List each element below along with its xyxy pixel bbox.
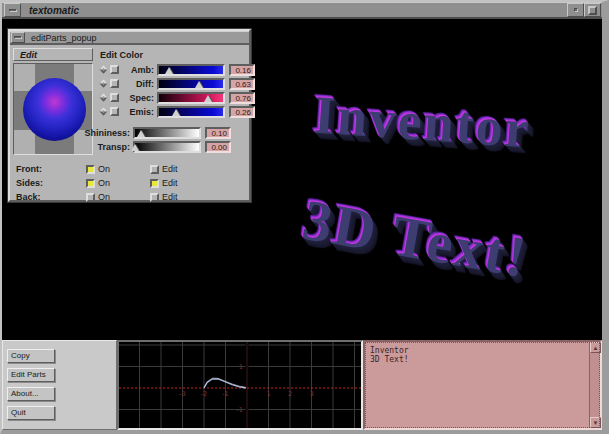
svg-text:3: 3 bbox=[309, 390, 313, 398]
text-scrollbar[interactable]: ▲ ▼ bbox=[589, 342, 600, 428]
emis-label: Emis: bbox=[122, 107, 154, 117]
window-title: textomatic bbox=[29, 5, 79, 16]
client-area: Inventor 3D Text! editParts_popup Edit E… bbox=[2, 19, 602, 430]
quit-button[interactable]: Quit bbox=[7, 406, 55, 420]
minimize-icon bbox=[574, 8, 578, 12]
dialog-menu-button[interactable] bbox=[11, 32, 25, 43]
minimize-button[interactable] bbox=[567, 3, 584, 17]
scroll-down-icon[interactable]: ▼ bbox=[590, 417, 601, 428]
edit-parts-button[interactable]: Edit Parts bbox=[7, 368, 55, 382]
rendered-3d-text-line2: 3D Text! bbox=[298, 186, 533, 291]
svg-text:1: 1 bbox=[266, 390, 270, 398]
transp-slider[interactable] bbox=[133, 141, 201, 153]
maximize-button[interactable] bbox=[584, 3, 601, 17]
rendered-3d-text-line1: Inventor bbox=[312, 84, 533, 161]
diff-checkbox[interactable] bbox=[110, 79, 119, 88]
svg-text:-1: -1 bbox=[222, 390, 228, 398]
spec-label: Spec: bbox=[122, 93, 154, 103]
maximize-icon bbox=[588, 6, 597, 15]
front-edit-checkbox[interactable] bbox=[150, 165, 159, 174]
dialog-titlebar[interactable]: editParts_popup bbox=[10, 31, 249, 45]
transp-value-field[interactable]: 0.00 bbox=[205, 141, 231, 153]
emis-checkbox[interactable] bbox=[110, 107, 119, 116]
scroll-up-icon[interactable]: ▲ bbox=[590, 342, 601, 353]
amb-slider[interactable] bbox=[157, 64, 225, 76]
bottom-strip: Copy Edit Parts About... Quit -3-2-11231… bbox=[2, 340, 602, 430]
amb-slider-thumb[interactable] bbox=[165, 67, 173, 74]
spec-slider[interactable] bbox=[157, 92, 225, 104]
sides-on-checkbox[interactable] bbox=[86, 179, 95, 188]
profile-curve-canvas[interactable]: -3-2-11231-1 bbox=[119, 342, 361, 428]
shininess-value-field[interactable]: 0.10 bbox=[205, 127, 231, 139]
edit-parts-dialog: editParts_popup Edit Edit Color Amb: bbox=[8, 29, 251, 202]
part-row-front: Front: On Edit bbox=[16, 163, 178, 175]
sides-edit-label: Edit bbox=[162, 178, 178, 188]
app-window: textomatic Inventor 3D Text! editParts_p… bbox=[0, 0, 609, 434]
front-label: Front: bbox=[16, 164, 64, 174]
back-label: Back: bbox=[16, 192, 64, 202]
amb-diamond-toggle[interactable] bbox=[100, 66, 108, 74]
part-row-sides: Sides: On Edit bbox=[16, 177, 178, 189]
button-panel: Copy Edit Parts About... Quit bbox=[2, 340, 117, 430]
window-titlebar[interactable]: textomatic bbox=[2, 2, 602, 19]
shininess-slider-thumb[interactable] bbox=[137, 130, 145, 137]
back-on-label: On bbox=[98, 192, 110, 202]
slider-row-transp: Transp: 0.00 bbox=[72, 140, 231, 153]
edit-color-label: Edit Color bbox=[100, 50, 143, 60]
diff-slider-thumb[interactable] bbox=[195, 81, 203, 88]
spec-slider-track bbox=[159, 94, 223, 102]
part-row-back: Back: On Edit bbox=[16, 191, 178, 203]
amb-label: Amb: bbox=[122, 65, 154, 75]
emis-slider[interactable] bbox=[157, 106, 225, 118]
window-menu-button[interactable] bbox=[4, 3, 21, 17]
copy-button[interactable]: Copy bbox=[7, 349, 55, 363]
shininess-slider[interactable] bbox=[133, 127, 201, 139]
svg-text:1: 1 bbox=[239, 363, 243, 371]
diff-slider-track bbox=[159, 80, 223, 88]
front-edit-label: Edit bbox=[162, 164, 178, 174]
window-menu-icon bbox=[9, 9, 17, 12]
text-input-area[interactable]: Inventor 3D Text! bbox=[365, 342, 589, 428]
about-button[interactable]: About... bbox=[7, 387, 55, 401]
spec-diamond-toggle[interactable] bbox=[100, 94, 108, 102]
svg-text:2: 2 bbox=[288, 390, 292, 398]
transp-slider-track bbox=[135, 143, 199, 151]
svg-text:-1: -1 bbox=[237, 406, 243, 414]
svg-text:-3: -3 bbox=[179, 390, 185, 398]
amb-checkbox[interactable] bbox=[110, 65, 119, 74]
emis-slider-thumb[interactable] bbox=[172, 109, 180, 116]
transp-label: Transp: bbox=[72, 142, 130, 152]
dialog-title: editParts_popup bbox=[31, 33, 97, 43]
profile-curve-editor[interactable]: -3-2-11231-1 bbox=[117, 340, 363, 430]
emis-slider-track bbox=[159, 108, 223, 116]
sides-label: Sides: bbox=[16, 178, 64, 188]
diff-value-field[interactable]: 0.63 bbox=[229, 78, 255, 90]
spec-slider-thumb[interactable] bbox=[204, 95, 212, 102]
spec-value-field[interactable]: 0.76 bbox=[229, 92, 255, 104]
svg-text:-2: -2 bbox=[201, 390, 207, 398]
front-on-checkbox[interactable] bbox=[86, 165, 95, 174]
emis-diamond-toggle[interactable] bbox=[100, 108, 108, 116]
sides-edit-checkbox[interactable] bbox=[150, 179, 159, 188]
text-input-panel: Inventor 3D Text! ▲ ▼ bbox=[363, 340, 602, 430]
slider-row-shininess: Shininess: 0.10 bbox=[72, 126, 231, 139]
slider-row-amb: Amb: 0.16 bbox=[98, 63, 255, 76]
edit-menu[interactable]: Edit bbox=[13, 48, 93, 61]
dialog-menu-icon bbox=[14, 36, 22, 39]
diff-slider[interactable] bbox=[157, 78, 225, 90]
diff-diamond-toggle[interactable] bbox=[100, 80, 108, 88]
shininess-label: Shininess: bbox=[72, 128, 130, 138]
spec-checkbox[interactable] bbox=[110, 93, 119, 102]
front-on-label: On bbox=[98, 164, 110, 174]
back-edit-label: Edit bbox=[162, 192, 178, 202]
slider-row-spec: Spec: 0.76 bbox=[98, 91, 255, 104]
dialog-body: Edit Edit Color Amb: 0.16 bbox=[10, 45, 249, 198]
sides-on-label: On bbox=[98, 178, 110, 188]
amb-value-field[interactable]: 0.16 bbox=[229, 64, 255, 76]
transp-slider-thumb[interactable] bbox=[131, 144, 139, 151]
back-on-checkbox[interactable] bbox=[86, 193, 95, 202]
back-edit-checkbox[interactable] bbox=[150, 193, 159, 202]
slider-row-diff: Diff: 0.63 bbox=[98, 77, 255, 90]
emis-value-field[interactable]: 0.26 bbox=[229, 106, 255, 118]
slider-row-emis: Emis: 0.26 bbox=[98, 105, 255, 118]
